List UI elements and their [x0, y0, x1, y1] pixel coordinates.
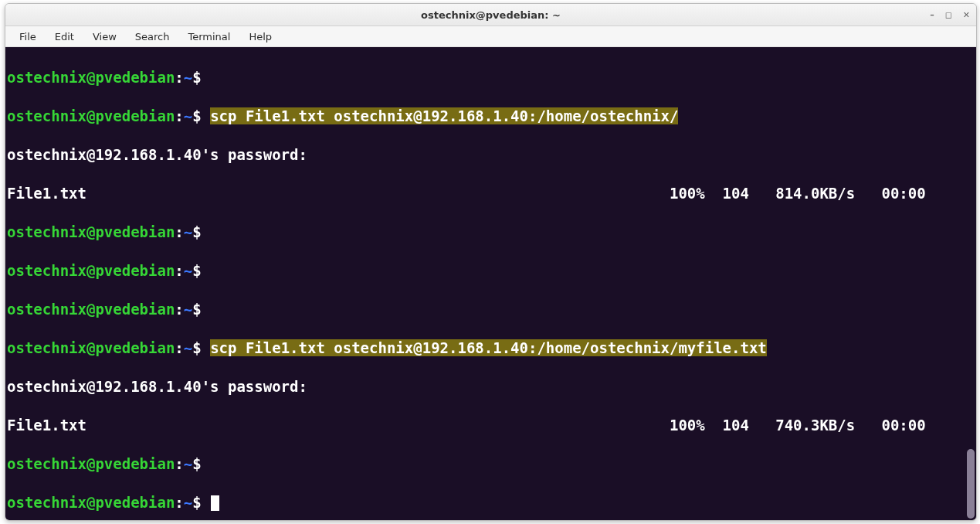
- prompt-userhost: ostechnix@pvedebian: [7, 69, 175, 86]
- window-titlebar: ostechnix@pvedebian: ~ – ◻ ✕: [5, 4, 976, 26]
- prompt-dollar: $: [192, 455, 201, 472]
- transfer-status-1: File1.txt 100% 104 814.0KB/s 00:00: [7, 184, 975, 203]
- minimize-button[interactable]: –: [930, 10, 934, 20]
- terminal-window: ostechnix@pvedebian: ~ – ◻ ✕ File Edit V…: [5, 3, 977, 521]
- prompt-sep: :: [175, 301, 183, 318]
- command-line: ostechnix@pvedebian:~$ scp File1.txt ost…: [7, 339, 975, 358]
- prompt-sep: :: [175, 455, 183, 472]
- prompt-line: ostechnix@pvedebian:~$: [7, 223, 975, 242]
- prompt-line-cursor: ostechnix@pvedebian:~$: [7, 493, 975, 512]
- command-2: scp File1.txt ostechnix@192.168.1.40:/ho…: [210, 339, 767, 356]
- prompt-userhost: ostechnix@pvedebian: [7, 339, 175, 356]
- password-prompt: ostechnix@192.168.1.40's password:: [7, 145, 975, 165]
- menu-help[interactable]: Help: [241, 29, 280, 44]
- prompt-path: ~: [184, 455, 192, 472]
- transfer-stats-1: 100% 104 814.0KB/s 00:00: [670, 184, 926, 203]
- prompt-path: ~: [184, 107, 192, 124]
- prompt-sep: :: [175, 494, 183, 511]
- prompt-sep: :: [175, 69, 183, 86]
- prompt-line: ostechnix@pvedebian:~$: [7, 300, 975, 319]
- prompt-dollar: $: [192, 107, 201, 124]
- terminal-viewport[interactable]: ostechnix@pvedebian:~$ ostechnix@pvedebi…: [5, 47, 976, 520]
- menu-search[interactable]: Search: [127, 29, 178, 44]
- menu-edit[interactable]: Edit: [47, 29, 82, 44]
- prompt-sep: :: [175, 107, 183, 124]
- prompt-path: ~: [184, 494, 192, 511]
- prompt-line: ostechnix@pvedebian:~$: [7, 261, 975, 281]
- transfer-stats-2: 100% 104 740.3KB/s 00:00: [670, 416, 926, 435]
- prompt-userhost: ostechnix@pvedebian: [7, 455, 175, 472]
- prompt-sep: :: [175, 223, 183, 240]
- prompt-path: ~: [184, 301, 192, 318]
- prompt-userhost: ostechnix@pvedebian: [7, 301, 175, 318]
- menu-terminal[interactable]: Terminal: [180, 29, 238, 44]
- prompt-path: ~: [184, 262, 192, 279]
- terminal-scrollbar[interactable]: [967, 47, 975, 520]
- prompt-userhost: ostechnix@pvedebian: [7, 223, 175, 240]
- prompt-dollar: $: [192, 223, 201, 240]
- transfer-status-2: File1.txt 100% 104 740.3KB/s 00:00: [7, 416, 975, 435]
- prompt-sep: :: [175, 339, 183, 356]
- file-name: File1.txt: [7, 185, 86, 202]
- prompt-line: ostechnix@pvedebian:~$: [7, 454, 975, 474]
- prompt-path: ~: [184, 339, 192, 356]
- close-button[interactable]: ✕: [963, 10, 970, 20]
- file-name: File1.txt: [7, 417, 86, 434]
- menubar: File Edit View Search Terminal Help: [5, 26, 976, 47]
- prompt-path: ~: [184, 223, 192, 240]
- prompt-sep: :: [175, 262, 183, 279]
- maximize-button[interactable]: ◻: [945, 10, 952, 20]
- command-1: scp File1.txt ostechnix@192.168.1.40:/ho…: [210, 107, 678, 124]
- scrollbar-thumb[interactable]: [967, 449, 975, 519]
- prompt-dollar: $: [192, 262, 201, 279]
- prompt-userhost: ostechnix@pvedebian: [7, 107, 175, 124]
- command-line: ostechnix@pvedebian:~$ scp File1.txt ost…: [7, 107, 975, 126]
- prompt-line: ostechnix@pvedebian:~$: [7, 68, 975, 87]
- prompt-dollar: $: [192, 301, 201, 318]
- password-prompt: ostechnix@192.168.1.40's password:: [7, 377, 975, 396]
- prompt-dollar: $: [192, 494, 201, 511]
- prompt-userhost: ostechnix@pvedebian: [7, 262, 175, 279]
- cursor: [211, 495, 219, 511]
- menu-file[interactable]: File: [12, 29, 44, 44]
- prompt-dollar: $: [192, 69, 201, 86]
- prompt-dollar: $: [192, 339, 201, 356]
- window-controls: – ◻ ✕: [930, 4, 970, 26]
- prompt-userhost: ostechnix@pvedebian: [7, 494, 175, 511]
- prompt-path: ~: [184, 69, 192, 86]
- menu-view[interactable]: View: [85, 29, 124, 44]
- window-title: ostechnix@pvedebian: ~: [421, 9, 561, 21]
